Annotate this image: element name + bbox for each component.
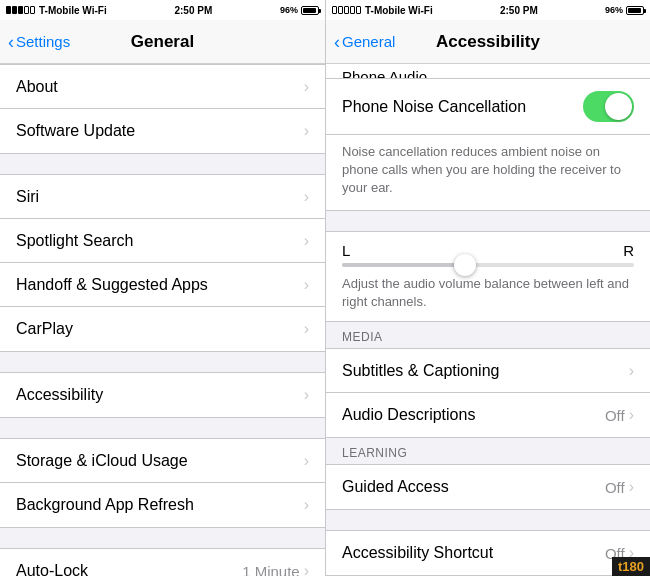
page-title-left: General <box>131 32 194 52</box>
group4-left: Storage & iCloud Usage › Background App … <box>0 438 325 528</box>
list-item-background[interactable]: Background App Refresh › <box>0 483 325 527</box>
chevron-icon: › <box>304 276 309 294</box>
slider-thumb <box>454 254 476 276</box>
carrier-left: T-Mobile Wi-Fi <box>39 5 107 16</box>
back-label-left: Settings <box>16 33 70 50</box>
battery-icon-right <box>626 6 644 15</box>
chevron-icon: › <box>304 232 309 250</box>
chevron-icon: › <box>304 452 309 470</box>
noise-cancellation-toggle[interactable] <box>583 91 634 122</box>
list-item-spotlight[interactable]: Spotlight Search › <box>0 219 325 263</box>
bottom-items: Accessibility Shortcut Off › <box>326 530 650 576</box>
list-item-autolock[interactable]: Auto-Lock 1 Minute › <box>0 549 325 576</box>
learning-section-header: LEARNING <box>326 438 650 464</box>
slider-description: Adjust the audio volume balance between … <box>342 275 634 311</box>
noise-cancellation-desc: Noise cancellation reduces ambient noise… <box>326 135 650 210</box>
nav-bar-right: ‹ General Accessibility <box>326 20 650 64</box>
media-section-header: MEDIA <box>326 322 650 348</box>
list-item-software-update[interactable]: Software Update › <box>0 109 325 153</box>
noise-cancellation-section: Phone Noise Cancellation Noise cancellat… <box>326 79 650 211</box>
group3-left: Accessibility › <box>0 372 325 418</box>
list-item-about[interactable]: About › <box>0 65 325 109</box>
carrier-right: T-Mobile Wi-Fi <box>365 5 433 16</box>
media-items: Subtitles & Captioning › Audio Descripti… <box>326 348 650 438</box>
group1-left: About › Software Update › <box>0 64 325 154</box>
chevron-icon: › <box>304 188 309 206</box>
chevron-icon: › <box>629 406 634 424</box>
slider-fill <box>342 263 465 267</box>
left-panel: T-Mobile Wi-Fi 2:50 PM 96% ‹ Settings Ge… <box>0 0 325 576</box>
battery-pct-left: 96% <box>280 5 298 15</box>
list-item-guided-access[interactable]: Guided Access Off › <box>326 465 650 509</box>
time-left: 2:50 PM <box>174 5 212 16</box>
back-button-left[interactable]: ‹ Settings <box>8 33 70 51</box>
chevron-back-icon-right: ‹ <box>334 33 340 51</box>
status-bar-right: T-Mobile Wi-Fi 2:50 PM 96% <box>326 0 650 20</box>
signal-icon-right <box>332 6 361 14</box>
status-bar-left: T-Mobile Wi-Fi 2:50 PM 96% <box>0 0 325 20</box>
learning-items: Guided Access Off › <box>326 464 650 510</box>
back-label-right: General <box>342 33 395 50</box>
chevron-icon: › <box>629 478 634 496</box>
noise-cancellation-label: Phone Noise Cancellation <box>342 98 526 116</box>
right-panel: T-Mobile Wi-Fi 2:50 PM 96% ‹ General Acc… <box>325 0 650 576</box>
chevron-icon: › <box>304 496 309 514</box>
nav-bar-left: ‹ Settings General <box>0 20 325 64</box>
list-item-carplay[interactable]: CarPlay › <box>0 307 325 351</box>
signal-icon <box>6 6 35 14</box>
phone-audio-label: Phone Audio <box>342 68 427 79</box>
list-item-subtitles[interactable]: Subtitles & Captioning › <box>326 349 650 393</box>
time-right: 2:50 PM <box>500 5 538 16</box>
battery-pct-right: 96% <box>605 5 623 15</box>
chevron-icon: › <box>304 78 309 96</box>
list-item-siri[interactable]: Siri › <box>0 175 325 219</box>
back-button-right[interactable]: ‹ General <box>334 33 395 51</box>
audio-balance-section: L R Adjust the audio volume balance betw… <box>326 231 650 322</box>
group2-left: Siri › Spotlight Search › Handoff & Sugg… <box>0 174 325 352</box>
chevron-icon: › <box>304 386 309 404</box>
right-content: Phone Audio Phone Noise Cancellation Noi… <box>326 64 650 576</box>
chevron-icon: › <box>304 562 309 576</box>
page-title-right: Accessibility <box>436 32 540 52</box>
slider-left-label: L <box>342 242 350 259</box>
list-item-accessibility-shortcut[interactable]: Accessibility Shortcut Off › <box>326 531 650 575</box>
battery-icon-left <box>301 6 319 15</box>
noise-cancellation-row: Phone Noise Cancellation <box>326 79 650 135</box>
chevron-icon: › <box>304 320 309 338</box>
toggle-knob <box>605 93 632 120</box>
watermark: t180 <box>612 557 650 576</box>
chevron-icon: › <box>629 362 634 380</box>
slider-right-label: R <box>623 242 634 259</box>
audio-balance-slider[interactable] <box>342 263 634 267</box>
chevron-back-icon-left: ‹ <box>8 33 14 51</box>
chevron-icon: › <box>304 122 309 140</box>
list-item-accessibility[interactable]: Accessibility › <box>0 373 325 417</box>
list-item-storage[interactable]: Storage & iCloud Usage › <box>0 439 325 483</box>
list-item-audio-desc[interactable]: Audio Descriptions Off › <box>326 393 650 437</box>
list-item-handoff[interactable]: Handoff & Suggested Apps › <box>0 263 325 307</box>
